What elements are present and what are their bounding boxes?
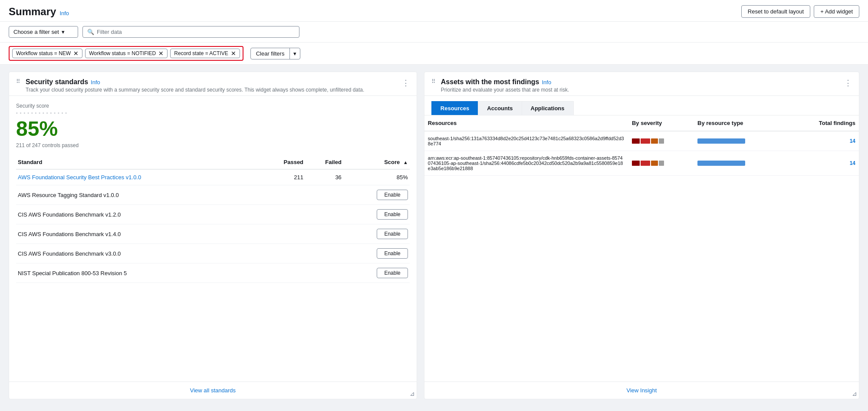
severity-segment — [641, 138, 650, 144]
standard-passed: 211 — [260, 169, 305, 185]
header-actions: Reset to default layout + Add widget — [741, 5, 859, 18]
standards-table-row: AWS Foundational Security Best Practices… — [16, 169, 410, 185]
widget-menu-icon[interactable]: ⋮ — [402, 78, 410, 88]
clear-filters-label: Clear filters — [251, 48, 290, 59]
enable-button[interactable]: Enable — [377, 209, 408, 220]
filter-search-box[interactable]: 🔍 Filter data — [82, 26, 299, 38]
security-standards-info-link[interactable]: Info — [91, 79, 100, 85]
standard-enable[interactable]: Enable — [343, 205, 410, 224]
asset-total-findings: 14 — [786, 151, 859, 176]
standard-passed — [260, 224, 305, 244]
asset-total-findings: 14 — [786, 131, 859, 151]
assets-resize-handle-icon[interactable]: ⊿ — [852, 390, 857, 397]
assets-body: Resources By severity By resource type T… — [424, 115, 859, 381]
asset-severity — [628, 131, 694, 151]
view-all-standards-link[interactable]: View all standards — [9, 381, 417, 399]
filter-tag-3: Record state = ACTIVE ✕ — [170, 49, 240, 58]
col-total: Total findings — [786, 115, 859, 131]
sort-arrow-icon: ▲ — [403, 160, 408, 165]
chevron-down-icon: ▾ — [62, 29, 65, 35]
col-score: Score ▲ — [343, 155, 410, 169]
assets-info-link[interactable]: Info — [542, 79, 551, 85]
header-info-link[interactable]: Info — [59, 10, 69, 16]
security-standards-header: ⠿ Security standards Info Track your clo… — [9, 72, 417, 96]
standard-name: CIS AWS Foundations Benchmark v3.0.0 — [16, 244, 260, 263]
security-standards-widget: ⠿ Security standards Info Track your clo… — [9, 72, 417, 399]
standard-enable[interactable]: Enable — [343, 244, 410, 263]
assets-drag-handle-icon: ⠿ — [431, 78, 436, 85]
search-icon: 🔍 — [87, 29, 94, 35]
standard-enable[interactable]: Enable — [343, 185, 410, 205]
resize-handle-icon[interactable]: ⊿ — [410, 390, 415, 397]
view-insight-link[interactable]: View Insight — [424, 381, 859, 399]
standard-name: NIST Special Publication 800-53 Revision… — [16, 263, 260, 283]
tab-resources[interactable]: Resources — [431, 101, 478, 115]
enable-button[interactable]: Enable — [377, 229, 408, 239]
assets-header: ⠿ Assets with the most findings Info Pri… — [424, 72, 859, 96]
standard-name[interactable]: AWS Foundational Security Best Practices… — [16, 169, 260, 185]
col-severity: By severity — [628, 115, 694, 131]
filter-tag-3-remove[interactable]: ✕ — [231, 50, 236, 56]
standard-enable[interactable]: Enable — [343, 224, 410, 244]
assets-tab-bar: ResourcesAccountsApplications — [424, 96, 859, 115]
security-standards-body: Security score - - - - - - - - - - - - -… — [9, 96, 417, 381]
col-standard: Standard — [16, 155, 260, 169]
severity-segment — [651, 138, 658, 144]
standard-name: CIS AWS Foundations Benchmark v1.2.0 — [16, 205, 260, 224]
security-standards-subtitle: Track your cloud security posture with a… — [26, 87, 364, 93]
standard-passed — [260, 244, 305, 263]
severity-segment — [659, 138, 664, 144]
asset-resource-type — [694, 131, 786, 151]
filter-search-placeholder: Filter data — [97, 29, 122, 35]
asset-resource-type — [694, 151, 786, 176]
filter-tag-2-remove[interactable]: ✕ — [158, 50, 164, 56]
enable-button[interactable]: Enable — [377, 248, 408, 259]
standards-table-row: CIS AWS Foundations Benchmark v3.0.0Enab… — [16, 244, 410, 263]
resource-type-bar — [697, 161, 745, 166]
security-standards-title: Security standards — [26, 78, 88, 86]
header-title-group: Summary Info — [9, 6, 69, 18]
enable-button[interactable]: Enable — [377, 190, 408, 200]
drag-handle-icon: ⠿ — [16, 78, 20, 85]
standards-table-row: CIS AWS Foundations Benchmark v1.2.0Enab… — [16, 205, 410, 224]
clear-filters-button[interactable]: Clear filters ▾ — [250, 48, 301, 59]
col-failed: Failed — [305, 155, 343, 169]
standards-table-row: NIST Special Publication 800-53 Revision… — [16, 263, 410, 283]
col-passed: Passed — [260, 155, 305, 169]
reset-layout-button[interactable]: Reset to default layout — [741, 5, 810, 18]
filter-tag-2-label: Workflow status = NOTIFIED — [89, 50, 156, 56]
filter-set-label: Choose a filter set — [13, 29, 59, 35]
standard-name: CIS AWS Foundations Benchmark v1.4.0 — [16, 224, 260, 244]
assets-widget-menu-icon[interactable]: ⋮ — [844, 78, 852, 88]
score-label: Security score — [16, 103, 410, 109]
active-filters-bar: Workflow status = NEW ✕ Workflow status … — [0, 43, 868, 65]
severity-bar — [632, 161, 690, 166]
assets-subtitle: Prioritize and evaluate your assets that… — [441, 87, 569, 93]
widget-title-row: Security standards Info — [26, 78, 364, 86]
resource-type-bar — [697, 138, 745, 144]
asset-name: arn:aws:ecr:ap-southeast-1:857407436105:… — [424, 151, 628, 176]
assets-title: Assets with the most findings — [441, 78, 539, 86]
standard-passed — [260, 185, 305, 205]
standard-link[interactable]: AWS Foundational Security Best Practices… — [18, 174, 141, 181]
assets-widget: ⠿ Assets with the most findings Info Pri… — [424, 72, 859, 399]
enable-button[interactable]: Enable — [377, 268, 408, 278]
standards-table: Standard Passed Failed Score ▲ AWS Found… — [16, 155, 410, 283]
filter-set-select[interactable]: Choose a filter set ▾ — [9, 26, 78, 38]
filter-tag-3-label: Record state = ACTIVE — [174, 50, 228, 56]
standard-failed — [305, 263, 343, 283]
severity-segment — [641, 161, 650, 166]
tab-applications[interactable]: Applications — [522, 101, 574, 115]
score-value: 85% — [16, 117, 410, 141]
tab-accounts[interactable]: Accounts — [478, 101, 522, 115]
standard-enable[interactable]: Enable — [343, 263, 410, 283]
severity-segment — [632, 138, 640, 144]
standards-table-row: CIS AWS Foundations Benchmark v1.4.0Enab… — [16, 224, 410, 244]
chevron-down-icon: ▾ — [290, 48, 300, 59]
controls-passed: 211 of 247 controls passed — [16, 142, 410, 148]
asset-severity — [628, 151, 694, 176]
col-resource-type: By resource type — [694, 115, 786, 131]
add-widget-button[interactable]: + Add widget — [814, 5, 859, 18]
severity-segment — [651, 161, 658, 166]
filter-tag-1-remove[interactable]: ✕ — [73, 50, 79, 56]
